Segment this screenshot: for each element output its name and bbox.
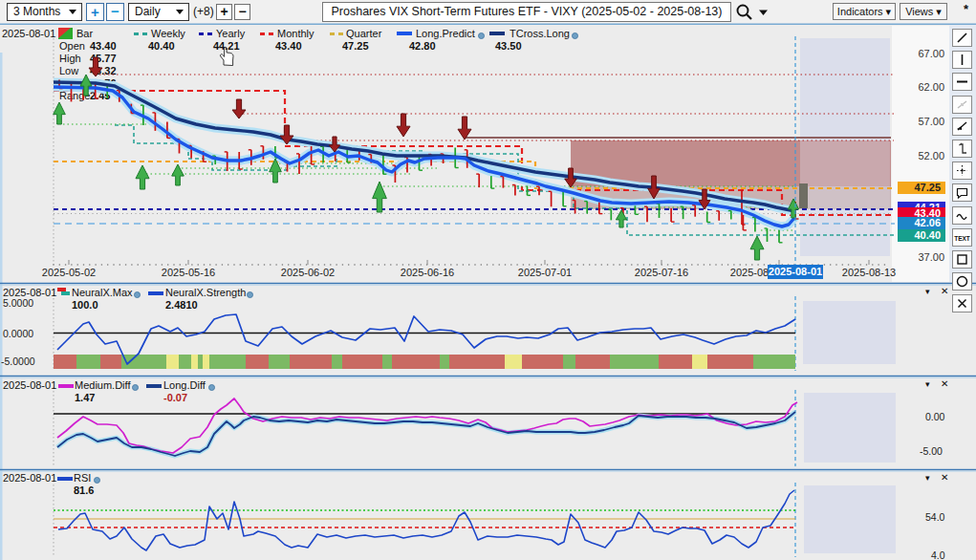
svg-text:TEXT: TEXT — [954, 235, 970, 242]
svg-text:43.40: 43.40 — [90, 40, 117, 52]
svg-text:Low: Low — [59, 65, 78, 76]
svg-text:Open: Open — [59, 40, 85, 52]
svg-text:High: High — [59, 53, 81, 64]
